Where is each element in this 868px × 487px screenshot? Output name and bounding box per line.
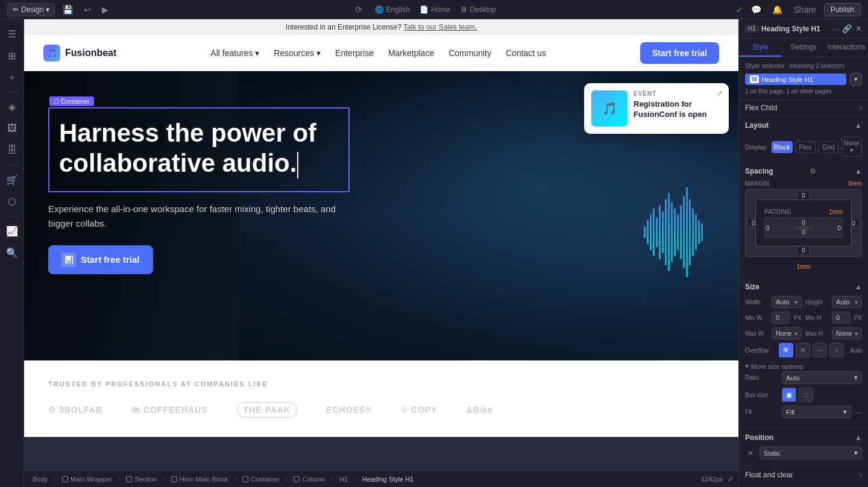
float-and-clear-row[interactable]: Float and clear › <box>739 466 868 484</box>
padding-top-input[interactable]: 0 <box>802 219 805 226</box>
hero-cta-button[interactable]: 📊 Start free trial <box>48 245 153 274</box>
height-input[interactable]: Auto ▾ <box>832 296 862 308</box>
nav-link-features[interactable]: All features ▾ <box>210 48 259 58</box>
nav-link-enterprise[interactable]: Enterprise <box>335 48 374 58</box>
container-element[interactable]: □ Container Harness the power of collabo… <box>48 107 350 192</box>
breadcrumb-column[interactable]: Column <box>290 474 329 484</box>
comments-button[interactable]: 💬 <box>748 4 764 16</box>
ratio-dropdown[interactable]: Auto ▾ <box>782 371 862 384</box>
padding-right-input[interactable]: 0 <box>837 224 841 231</box>
sidebar-icon-seo[interactable]: 🔍 <box>2 243 22 262</box>
flex-child-expand-icon[interactable]: › <box>860 104 862 112</box>
refresh-button[interactable]: ⟳ <box>352 4 365 16</box>
overflow-scroll-y-btn[interactable]: ↕ <box>829 343 844 357</box>
boxsize-content-btn[interactable]: □ <box>799 388 813 402</box>
size-header[interactable]: Size ▲ <box>739 278 868 296</box>
sidebar-icon-analytics[interactable]: 📈 <box>2 221 22 240</box>
nav-link-contact[interactable]: Contact us <box>506 48 546 58</box>
padding-bottom-input[interactable]: 0 <box>802 229 805 236</box>
spacing-section: Spacing ⚙ ▲ MARGIN 0rem 0 0 0 0 <box>739 162 868 278</box>
sidebar-icon-ecommerce[interactable]: 🛒 <box>2 170 22 189</box>
max-h-input[interactable]: None ▾ <box>832 327 862 339</box>
overflow-icons: 👁 ✕ ↔ ↕ <box>779 343 844 357</box>
nav-cta-button[interactable]: Start free trial <box>640 42 719 64</box>
breadcrumb-section[interactable]: Section <box>122 474 160 484</box>
sidebar-icon-assets[interactable]: 🖼 <box>2 119 22 138</box>
display-grid-btn[interactable]: Grid <box>818 141 838 153</box>
top-bar-left: ✏ Design ▾ 💾 ↩ ▶ <box>7 3 112 16</box>
nav-link-resources[interactable]: Resources ▾ <box>274 48 321 58</box>
spacing-collapse-icon[interactable]: ▲ <box>855 167 862 175</box>
max-w-label: Max W <box>745 330 769 337</box>
history-button[interactable]: ↩ <box>81 4 94 16</box>
sidebar-icon-cms[interactable]: 🗄 <box>2 140 22 160</box>
notice-link[interactable]: Talk to our Sales team. <box>403 23 477 31</box>
play-button[interactable]: ▶ <box>99 4 112 16</box>
fit-dropdown[interactable]: Fill ▾ <box>782 406 851 418</box>
sidebar-icon-add[interactable]: ＋ <box>2 68 22 87</box>
event-link-icon[interactable]: ↗ <box>717 89 723 98</box>
layout-header[interactable]: Layout ▲ <box>739 116 868 134</box>
breadcrumb-container[interactable]: Container <box>239 474 283 484</box>
save-button[interactable]: 💾 <box>60 4 76 16</box>
margin-top-input[interactable]: 0 <box>797 191 810 200</box>
nav-logo: 🎵 Fusionbeat <box>43 45 116 61</box>
sidebar-icon-pages[interactable]: ☰ <box>2 24 22 43</box>
margin-bottom-input[interactable]: 0 <box>797 246 810 255</box>
display-flex-btn[interactable]: Flex <box>795 141 816 153</box>
max-h-label: Max H <box>805 330 829 337</box>
overflow-visible-btn[interactable]: 👁 <box>779 343 793 357</box>
breadcrumb-hero-main-block[interactable]: Hero Main Block <box>168 474 232 484</box>
notifications-button[interactable]: 🔔 <box>769 4 785 16</box>
sidebar-icon-apps[interactable]: ⬡ <box>2 192 22 211</box>
spacing-settings-icon[interactable]: ⚙ <box>810 167 816 175</box>
max-w-group: Max W None ▾ <box>745 327 802 339</box>
min-h-input[interactable]: 0 <box>832 312 851 324</box>
position-collapse-icon[interactable]: ▲ <box>855 433 862 442</box>
overflow-scroll-x-btn[interactable]: ↔ <box>813 343 827 357</box>
float-expand-icon[interactable]: › <box>860 471 862 479</box>
style-selector-button[interactable]: W Heading Style H1 <box>745 74 846 85</box>
share-button[interactable]: Share <box>790 4 819 16</box>
resize-icon[interactable]: ⤢ <box>728 475 734 483</box>
breadcrumb-body[interactable]: Body <box>29 474 51 484</box>
sidebar-icon-layers[interactable]: ⊞ <box>2 46 22 65</box>
padding-left-input[interactable]: 0 <box>766 224 770 231</box>
breadcrumb-h1[interactable]: H1 <box>336 474 351 484</box>
hero-heading[interactable]: Harness the power of collaborative audio… <box>59 118 339 179</box>
breadcrumb-main-wrapper[interactable]: Main Wrapper <box>58 474 116 484</box>
device-selector[interactable]: 🖥 Desktop <box>460 5 496 14</box>
overflow-hidden-btn[interactable]: ✕ <box>796 343 810 357</box>
style-selector-dropdown[interactable]: ▾ <box>850 73 862 86</box>
tab-interactions[interactable]: Interactions <box>825 39 868 57</box>
tab-style[interactable]: Style <box>739 39 782 57</box>
layout-collapse-icon[interactable]: ▲ <box>855 121 862 130</box>
sidebar-icon-components[interactable]: ◈ <box>2 97 22 116</box>
nav-link-community[interactable]: Community <box>448 48 491 58</box>
element-tag: H1 <box>745 25 759 33</box>
fit-more-icon[interactable]: ··· <box>855 407 862 417</box>
position-dropdown[interactable]: Static ▾ <box>760 447 862 459</box>
display-none-btn[interactable]: None ▾ <box>841 137 862 157</box>
panel-link-icon[interactable]: 🔗 <box>842 24 852 33</box>
fit-row: Fit Fill ▾ ··· <box>745 406 862 418</box>
min-w-input[interactable]: 0 <box>772 312 790 324</box>
more-size-options[interactable]: ▾ More size options <box>745 361 862 371</box>
publish-button[interactable]: Publish <box>824 3 861 16</box>
position-header[interactable]: Position ▲ <box>739 429 868 447</box>
design-mode-button[interactable]: ✏ Design ▾ <box>7 3 55 16</box>
breadcrumb-heading-style[interactable]: Heading Style H1 <box>359 474 418 484</box>
boxsize-border-btn[interactable]: ▣ <box>782 388 796 402</box>
spacing-header[interactable]: Spacing ⚙ ▲ <box>739 162 868 180</box>
size-collapse-icon[interactable]: ▲ <box>855 283 862 291</box>
page-selector[interactable]: 📄 Home <box>420 5 450 14</box>
language-selector[interactable]: 🌐 English <box>375 5 410 14</box>
max-w-input[interactable]: None ▾ <box>772 327 802 339</box>
panel-close-icon[interactable]: ✕ <box>855 24 862 33</box>
panel-more-icon[interactable]: ··· <box>832 24 838 33</box>
flex-child-row[interactable]: Flex Child › <box>739 100 868 116</box>
width-input[interactable]: Auto ▾ <box>772 296 802 308</box>
tab-settings[interactable]: Settings <box>782 39 825 57</box>
display-block-btn[interactable]: Block <box>772 141 792 153</box>
nav-link-marketplace[interactable]: Marketplace <box>388 48 434 58</box>
